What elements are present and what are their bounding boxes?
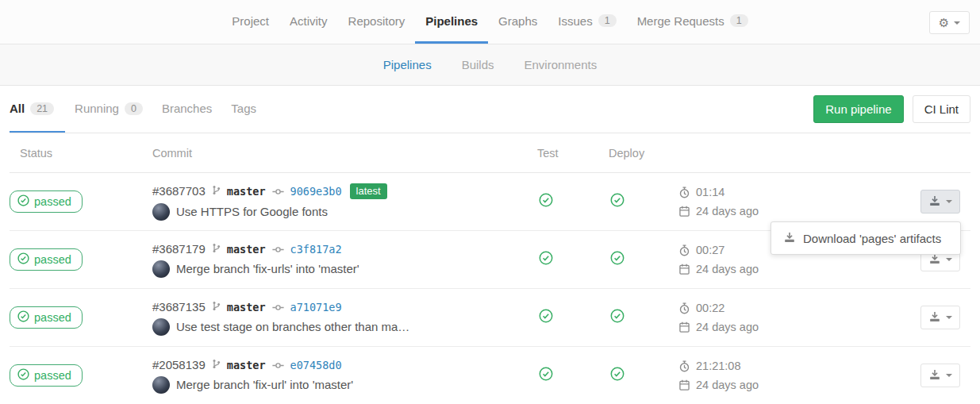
actions-cell <box>766 306 970 329</box>
top-nav-issues[interactable]: Issues 1 <box>548 0 626 44</box>
top-nav-project[interactable]: Project <box>221 0 279 44</box>
deploy-stage-cell <box>609 251 678 268</box>
check-circle-icon <box>17 368 29 383</box>
issues-count-badge: 1 <box>598 14 617 27</box>
top-nav-activity[interactable]: Activity <box>279 0 338 44</box>
artifacts-download-button[interactable] <box>920 306 960 329</box>
stopwatch-icon <box>678 244 690 256</box>
test-passed-icon[interactable] <box>539 367 553 381</box>
status-cell: passed <box>10 306 152 329</box>
commit-sha-link[interactable]: c3f817a2 <box>290 243 342 256</box>
project-settings-button[interactable]: ⚙ <box>929 11 970 34</box>
calendar-icon <box>678 321 690 333</box>
avatar[interactable] <box>152 376 170 394</box>
top-nav-graphs[interactable]: Graphs <box>488 0 548 44</box>
artifacts-download-button[interactable] <box>920 190 960 214</box>
branch-link[interactable]: master <box>227 243 266 256</box>
status-badge[interactable]: passed <box>10 248 83 271</box>
time-cell: 00:22 24 days ago <box>678 298 766 337</box>
commit-cell: #2058139 master e07458d0 Merge branch 'f… <box>152 358 537 394</box>
subnav-environments[interactable]: Environments <box>525 58 598 71</box>
pipeline-age: 24 days ago <box>696 375 759 394</box>
tab-running-count: 0 <box>125 102 143 115</box>
commit-message-link[interactable]: Merge branch 'fix-urls' into 'master' <box>176 262 359 275</box>
avatar[interactable] <box>152 260 170 278</box>
header-commit: Commit <box>152 147 537 160</box>
header-status: Status <box>10 147 152 160</box>
commit-message-link[interactable]: Merge branch 'fix-url' into 'master' <box>176 378 353 391</box>
header-test: Test <box>537 147 609 160</box>
header-deploy: Deploy <box>609 147 678 160</box>
pipeline-duration: 00:22 <box>696 298 724 317</box>
branch-link[interactable]: master <box>227 301 266 314</box>
status-badge[interactable]: passed <box>10 364 83 387</box>
status-label: passed <box>34 311 71 324</box>
run-pipeline-button[interactable]: Run pipeline <box>813 95 903 123</box>
caret-down-icon <box>946 316 952 319</box>
commit-icon <box>272 184 284 198</box>
deploy-passed-icon[interactable] <box>610 251 625 265</box>
pipeline-row: passed #3687135 master a71071e9 Use test… <box>10 289 970 347</box>
download-pages-artifacts-item[interactable]: Download 'pages' artifacts <box>771 222 960 254</box>
tab-all-label: All <box>10 102 25 115</box>
pipeline-id-link[interactable]: #2058139 <box>152 358 206 371</box>
tab-all[interactable]: All 21 <box>10 86 65 133</box>
test-passed-icon[interactable] <box>539 193 553 207</box>
pipeline-duration: 00:27 <box>696 240 724 260</box>
avatar[interactable] <box>152 318 170 336</box>
commit-sha-link[interactable]: 9069e3b0 <box>290 185 342 198</box>
caret-down-icon <box>946 374 952 377</box>
pipeline-id-link[interactable]: #3687179 <box>152 242 206 256</box>
test-passed-icon[interactable] <box>539 251 553 265</box>
deploy-passed-icon[interactable] <box>610 193 625 207</box>
avatar[interactable] <box>152 203 170 221</box>
commit-message-link[interactable]: Use test stage on branches other than ma… <box>176 320 409 333</box>
deploy-passed-icon[interactable] <box>610 309 625 323</box>
status-badge[interactable]: passed <box>10 190 83 213</box>
top-nav-merge-requests[interactable]: Merge Requests 1 <box>627 0 759 44</box>
status-label: passed <box>34 369 71 382</box>
pipeline-id-link[interactable]: #3687703 <box>152 184 206 198</box>
subnav-pipelines[interactable]: Pipelines <box>383 58 432 71</box>
tab-all-count: 21 <box>30 102 54 115</box>
stopwatch-icon <box>678 187 690 198</box>
dropdown-item-label: Download 'pages' artifacts <box>803 232 941 245</box>
merge-requests-count-badge: 1 <box>730 14 748 27</box>
status-badge[interactable]: passed <box>10 306 83 329</box>
top-nav-repository[interactable]: Repository <box>338 0 416 44</box>
deploy-stage-cell <box>609 193 678 210</box>
table-header: Status Commit Test Deploy <box>10 133 970 173</box>
caret-down-icon <box>946 258 952 261</box>
pipelines-toolbar: All 21 Running 0 Branches Tags Run pipel… <box>10 86 970 133</box>
test-passed-icon[interactable] <box>539 309 553 323</box>
subnav-builds[interactable]: Builds <box>462 58 494 71</box>
artifacts-download-button[interactable] <box>920 364 960 387</box>
commit-sha-link[interactable]: e07458d0 <box>290 359 342 371</box>
check-circle-icon <box>17 252 29 267</box>
commit-sha-link[interactable]: a71071e9 <box>290 301 342 314</box>
time-cell: 01:14 24 days ago <box>678 183 766 221</box>
commit-cell: #3687703 master 9069e3b0 latest Use HTTP… <box>152 183 537 221</box>
artifacts-dropdown-menu: Download 'pages' artifacts <box>771 221 961 255</box>
pipeline-age: 24 days ago <box>696 317 759 337</box>
pipeline-age: 24 days ago <box>696 260 759 279</box>
pipelines-page: Project Activity Repository Pipelines Gr… <box>0 0 980 404</box>
ci-lint-button[interactable]: CI Lint <box>913 95 970 123</box>
commit-message-link[interactable]: Use HTTPS for Google fonts <box>176 205 328 218</box>
caret-down-icon <box>954 21 960 25</box>
tab-tags[interactable]: Tags <box>221 86 266 133</box>
tab-running-label: Running <box>75 102 119 115</box>
pipeline-id-link[interactable]: #3687135 <box>152 300 206 314</box>
deploy-passed-icon[interactable] <box>610 367 625 381</box>
filter-tabs: All 21 Running 0 Branches Tags <box>10 86 266 133</box>
calendar-icon <box>678 206 690 217</box>
test-stage-cell <box>537 251 609 268</box>
tab-branches[interactable]: Branches <box>152 86 221 133</box>
branch-link[interactable]: master <box>227 359 266 371</box>
toolbar-actions: Run pipeline CI Lint <box>813 86 970 133</box>
status-cell: passed <box>10 364 152 387</box>
branch-link[interactable]: master <box>227 185 266 198</box>
tab-running[interactable]: Running 0 <box>65 86 152 133</box>
deploy-stage-cell <box>609 367 678 384</box>
top-nav-pipelines[interactable]: Pipelines <box>415 0 488 44</box>
